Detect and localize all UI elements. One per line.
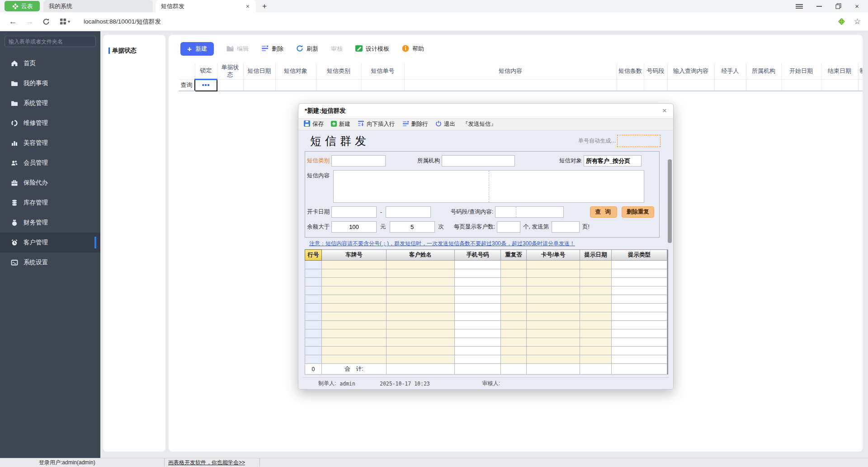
filter-cell[interactable] xyxy=(781,79,821,91)
dialog-new-button[interactable]: 新建 xyxy=(331,120,350,128)
sidebar-item-settings[interactable]: 系统设置 xyxy=(0,253,100,272)
save-button[interactable]: 保存 xyxy=(304,120,324,128)
filter-cell[interactable] xyxy=(275,79,316,91)
col-header-doc-status[interactable]: 单据状态 xyxy=(217,63,243,79)
recipient-row[interactable] xyxy=(305,338,667,347)
sms-type-field[interactable] xyxy=(331,155,386,167)
send-sms-button[interactable]: 『发送短信』 xyxy=(462,120,496,128)
card-date-to-field[interactable] xyxy=(386,206,431,218)
col-header-handler[interactable]: 经手人 xyxy=(714,63,746,79)
back-icon[interactable]: ← xyxy=(9,17,17,26)
col-header-maker[interactable]: 制单人 xyxy=(858,63,863,79)
recipient-row[interactable] xyxy=(305,312,667,321)
bookmark-star-icon[interactable]: ☆ xyxy=(854,17,861,26)
sidebar-item-my-tasks[interactable]: 我的事项 xyxy=(0,73,100,93)
query-button[interactable]: 查 询 xyxy=(590,206,617,218)
filter-cell-lock-selected[interactable]: ••• xyxy=(195,79,217,91)
page-number-field[interactable] xyxy=(552,221,580,233)
recipient-row[interactable] xyxy=(305,329,667,338)
apps-grid-icon[interactable]: ▾ xyxy=(60,18,70,25)
minimize-icon[interactable] xyxy=(816,6,822,7)
col-remind-type[interactable]: 提示类型 xyxy=(612,250,667,261)
filter-cell[interactable] xyxy=(746,79,781,91)
new-tab-icon[interactable]: + xyxy=(262,2,267,11)
sidebar-item-system-mgmt[interactable]: 系统管理 xyxy=(0,93,100,113)
sidebar-item-finance[interactable]: 财务管理 xyxy=(0,213,100,233)
recipient-row[interactable] xyxy=(305,347,667,355)
col-header-sms-date[interactable]: 短信日期 xyxy=(243,63,275,79)
sidebar-item-customer-mgmt[interactable]: 客户管理 xyxy=(0,233,100,253)
filter-cell[interactable] xyxy=(617,79,644,91)
doc-number-field[interactable] xyxy=(617,135,660,147)
filter-cell[interactable] xyxy=(667,79,714,91)
recipient-row[interactable] xyxy=(305,304,667,312)
number-query-field[interactable] xyxy=(495,206,564,218)
query-content-part[interactable] xyxy=(516,207,563,217)
per-page-field[interactable] xyxy=(497,221,520,233)
col-header-sms-count[interactable]: 短信条数 xyxy=(617,63,644,79)
col-duplicate-flag[interactable]: 重复否 xyxy=(501,250,527,261)
col-remind-date[interactable]: 提示日期 xyxy=(580,250,612,261)
col-card-number[interactable]: 卡号/单号 xyxy=(527,250,580,261)
col-header-sms-target[interactable]: 短信对象 xyxy=(275,63,316,79)
filter-cell[interactable] xyxy=(217,79,243,91)
filter-cell[interactable] xyxy=(243,79,275,91)
tab-my-system[interactable]: 我的系统 xyxy=(43,0,153,12)
col-header-lock[interactable]: 锁定 xyxy=(195,63,217,79)
filter-cell[interactable] xyxy=(858,79,863,91)
col-header-sms-number[interactable]: 短信单号 xyxy=(361,63,404,79)
sidebar-item-member-mgmt[interactable]: 会员管理 xyxy=(0,153,100,173)
recipient-row[interactable] xyxy=(305,321,667,329)
col-header-query-content[interactable]: 输入查询内容 xyxy=(667,63,714,79)
sidebar-search-input[interactable] xyxy=(5,36,96,47)
menu-icon[interactable] xyxy=(796,3,803,10)
col-header-end-date[interactable]: 结束日期 xyxy=(821,63,858,79)
tab-close-icon[interactable]: × xyxy=(245,3,250,10)
card-date-from-field[interactable] xyxy=(331,206,377,218)
sidebar-item-inventory[interactable]: 库存管理 xyxy=(0,193,100,213)
sms-content-right-pane[interactable] xyxy=(489,171,644,202)
extension-diamond-icon[interactable] xyxy=(837,17,846,26)
col-row-number[interactable]: 行号 xyxy=(305,250,322,261)
help-button[interactable]: 帮助 xyxy=(402,45,424,53)
col-header-sms-content[interactable]: 短信内容 xyxy=(404,63,617,79)
dialog-scrollbar[interactable] xyxy=(668,159,672,243)
times-field[interactable] xyxy=(390,221,435,233)
sidebar-item-insurance[interactable]: 保险代办 xyxy=(0,173,100,193)
sms-content-textarea[interactable] xyxy=(333,170,644,203)
filter-cell[interactable] xyxy=(361,79,404,91)
sidebar-item-repair-mgmt[interactable]: 维修管理 xyxy=(0,113,100,133)
col-header-org[interactable]: 所属机构 xyxy=(746,63,781,79)
col-header-start-date[interactable]: 开始日期 xyxy=(781,63,821,79)
filter-cell[interactable] xyxy=(714,79,746,91)
tab-sms-broadcast[interactable]: 短信群发 × xyxy=(156,0,256,12)
refresh-button[interactable]: 刷新 xyxy=(296,45,318,53)
col-header-sms-type[interactable]: 短信类别 xyxy=(316,63,361,79)
sidebar-item-beauty-mgmt[interactable]: 美容管理 xyxy=(0,133,100,153)
filter-cell[interactable] xyxy=(821,79,858,91)
table-scrollbar[interactable] xyxy=(667,249,668,375)
delete-row-button[interactable]: 删除行 xyxy=(402,120,429,128)
restore-icon[interactable] xyxy=(835,3,841,9)
filter-cell[interactable] xyxy=(404,79,617,91)
close-window-icon[interactable]: × xyxy=(855,2,859,10)
forward-icon[interactable]: → xyxy=(26,17,33,26)
dialog-close-icon[interactable]: × xyxy=(662,106,667,115)
filter-cell[interactable] xyxy=(644,79,667,91)
exit-button[interactable]: 退出 xyxy=(435,120,455,128)
new-button[interactable]: + 新建 xyxy=(180,42,214,56)
recipient-row[interactable] xyxy=(305,295,667,304)
recipient-row[interactable] xyxy=(305,269,667,278)
col-plate-number[interactable]: 车牌号 xyxy=(322,250,387,261)
design-template-button[interactable]: 设计模板 xyxy=(355,45,389,53)
recipient-row[interactable] xyxy=(305,261,667,269)
insert-row-below-button[interactable]: 向下插入行 xyxy=(358,120,395,128)
yunbiao-logo-button[interactable]: 云表 xyxy=(5,1,40,11)
balance-amount-field[interactable] xyxy=(331,221,377,233)
delete-button[interactable]: 删除 xyxy=(261,45,283,53)
number-segment-part[interactable] xyxy=(495,207,516,217)
url-omnibox[interactable]: localhost:88/10001/短信群发 xyxy=(84,18,161,26)
edit-button[interactable]: 编辑 xyxy=(226,45,249,53)
reload-icon[interactable] xyxy=(42,18,50,25)
org-field[interactable] xyxy=(442,155,515,167)
